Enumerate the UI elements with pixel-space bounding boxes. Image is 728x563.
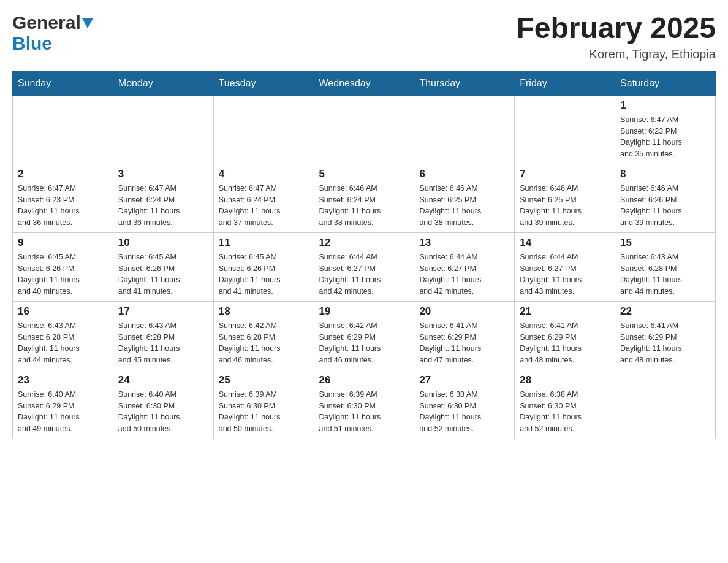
calendar-cell: 1Sunrise: 6:47 AM Sunset: 6:23 PM Daylig… <box>615 95 716 164</box>
day-info: Sunrise: 6:47 AM Sunset: 6:23 PM Dayligh… <box>620 114 710 160</box>
day-number: 6 <box>419 168 509 180</box>
day-number: 7 <box>520 168 610 180</box>
calendar-table: Sunday Monday Tuesday Wednesday Thursday… <box>12 71 716 439</box>
calendar-cell <box>13 95 113 164</box>
day-info: Sunrise: 6:42 AM Sunset: 6:29 PM Dayligh… <box>319 320 409 366</box>
col-sunday: Sunday <box>13 71 113 95</box>
day-number: 1 <box>620 99 710 112</box>
day-number: 5 <box>319 168 409 180</box>
day-number: 28 <box>520 374 610 386</box>
day-info: Sunrise: 6:43 AM Sunset: 6:28 PM Dayligh… <box>620 251 710 297</box>
calendar-header-row: Sunday Monday Tuesday Wednesday Thursday… <box>13 71 716 95</box>
day-number: 12 <box>319 237 409 249</box>
day-info: Sunrise: 6:43 AM Sunset: 6:28 PM Dayligh… <box>18 320 108 366</box>
calendar-cell: 22Sunrise: 6:41 AM Sunset: 6:29 PM Dayli… <box>615 301 716 370</box>
svg-marker-0 <box>82 18 93 28</box>
logo-general-text: General <box>12 12 81 33</box>
col-saturday: Saturday <box>615 71 716 95</box>
calendar-subtitle: Korem, Tigray, Ethiopia <box>516 47 716 61</box>
calendar-cell: 4Sunrise: 6:47 AM Sunset: 6:24 PM Daylig… <box>213 164 314 232</box>
calendar-cell <box>615 370 716 439</box>
logo: General Blue <box>12 12 93 54</box>
day-info: Sunrise: 6:46 AM Sunset: 6:26 PM Dayligh… <box>620 183 710 229</box>
logo-blue-text: Blue <box>12 33 52 53</box>
day-number: 20 <box>419 305 509 318</box>
day-number: 21 <box>520 305 610 318</box>
calendar-cell: 16Sunrise: 6:43 AM Sunset: 6:28 PM Dayli… <box>13 301 113 370</box>
calendar-cell: 5Sunrise: 6:46 AM Sunset: 6:24 PM Daylig… <box>314 164 414 232</box>
col-wednesday: Wednesday <box>314 71 414 95</box>
day-number: 2 <box>18 168 108 180</box>
day-number: 8 <box>620 168 710 180</box>
day-info: Sunrise: 6:41 AM Sunset: 6:29 PM Dayligh… <box>620 320 710 366</box>
calendar-cell: 3Sunrise: 6:47 AM Sunset: 6:24 PM Daylig… <box>113 164 213 232</box>
day-info: Sunrise: 6:41 AM Sunset: 6:29 PM Dayligh… <box>419 320 509 366</box>
day-info: Sunrise: 6:41 AM Sunset: 6:29 PM Dayligh… <box>520 320 610 366</box>
day-number: 15 <box>620 237 710 249</box>
calendar-cell <box>213 95 314 164</box>
day-info: Sunrise: 6:44 AM Sunset: 6:27 PM Dayligh… <box>419 251 509 297</box>
day-number: 16 <box>18 305 108 318</box>
day-info: Sunrise: 6:38 AM Sunset: 6:30 PM Dayligh… <box>520 389 610 435</box>
day-info: Sunrise: 6:39 AM Sunset: 6:30 PM Dayligh… <box>219 389 309 435</box>
day-number: 13 <box>419 237 509 249</box>
day-info: Sunrise: 6:45 AM Sunset: 6:26 PM Dayligh… <box>18 251 108 297</box>
day-number: 10 <box>118 237 208 249</box>
day-info: Sunrise: 6:43 AM Sunset: 6:28 PM Dayligh… <box>118 320 208 366</box>
week-row-3: 9Sunrise: 6:45 AM Sunset: 6:26 PM Daylig… <box>13 232 716 301</box>
day-number: 24 <box>118 374 208 386</box>
calendar-cell: 15Sunrise: 6:43 AM Sunset: 6:28 PM Dayli… <box>615 232 716 301</box>
day-info: Sunrise: 6:47 AM Sunset: 6:24 PM Dayligh… <box>118 183 208 229</box>
day-number: 9 <box>18 237 108 249</box>
day-info: Sunrise: 6:47 AM Sunset: 6:24 PM Dayligh… <box>219 183 309 229</box>
calendar-cell: 20Sunrise: 6:41 AM Sunset: 6:29 PM Dayli… <box>414 301 515 370</box>
day-number: 18 <box>219 305 309 318</box>
day-info: Sunrise: 6:45 AM Sunset: 6:26 PM Dayligh… <box>118 251 208 297</box>
day-info: Sunrise: 6:47 AM Sunset: 6:23 PM Dayligh… <box>18 183 108 229</box>
calendar-cell: 24Sunrise: 6:40 AM Sunset: 6:30 PM Dayli… <box>113 370 213 439</box>
week-row-4: 16Sunrise: 6:43 AM Sunset: 6:28 PM Dayli… <box>13 301 716 370</box>
day-number: 3 <box>118 168 208 180</box>
day-info: Sunrise: 6:44 AM Sunset: 6:27 PM Dayligh… <box>520 251 610 297</box>
calendar-cell <box>314 95 414 164</box>
day-number: 19 <box>319 305 409 318</box>
calendar-cell: 21Sunrise: 6:41 AM Sunset: 6:29 PM Dayli… <box>515 301 615 370</box>
calendar-cell: 27Sunrise: 6:38 AM Sunset: 6:30 PM Dayli… <box>414 370 515 439</box>
calendar-cell: 26Sunrise: 6:39 AM Sunset: 6:30 PM Dayli… <box>314 370 414 439</box>
calendar-cell: 6Sunrise: 6:46 AM Sunset: 6:25 PM Daylig… <box>414 164 515 232</box>
day-number: 27 <box>419 374 509 386</box>
calendar-cell: 14Sunrise: 6:44 AM Sunset: 6:27 PM Dayli… <box>515 232 615 301</box>
calendar-cell: 17Sunrise: 6:43 AM Sunset: 6:28 PM Dayli… <box>113 301 213 370</box>
calendar-cell: 19Sunrise: 6:42 AM Sunset: 6:29 PM Dayli… <box>314 301 414 370</box>
title-section: February 2025 Korem, Tigray, Ethiopia <box>516 12 716 61</box>
col-friday: Friday <box>515 71 615 95</box>
week-row-1: 1Sunrise: 6:47 AM Sunset: 6:23 PM Daylig… <box>13 95 716 164</box>
calendar-title: February 2025 <box>516 12 716 45</box>
day-number: 22 <box>620 305 710 318</box>
calendar-cell: 23Sunrise: 6:40 AM Sunset: 6:29 PM Dayli… <box>13 370 113 439</box>
week-row-2: 2Sunrise: 6:47 AM Sunset: 6:23 PM Daylig… <box>13 164 716 232</box>
calendar-cell: 13Sunrise: 6:44 AM Sunset: 6:27 PM Dayli… <box>414 232 515 301</box>
week-row-5: 23Sunrise: 6:40 AM Sunset: 6:29 PM Dayli… <box>13 370 716 439</box>
day-number: 4 <box>219 168 309 180</box>
day-info: Sunrise: 6:40 AM Sunset: 6:29 PM Dayligh… <box>18 389 108 435</box>
day-number: 23 <box>18 374 108 386</box>
day-number: 25 <box>219 374 309 386</box>
day-info: Sunrise: 6:45 AM Sunset: 6:26 PM Dayligh… <box>219 251 309 297</box>
calendar-cell: 12Sunrise: 6:44 AM Sunset: 6:27 PM Dayli… <box>314 232 414 301</box>
calendar-cell: 25Sunrise: 6:39 AM Sunset: 6:30 PM Dayli… <box>213 370 314 439</box>
day-number: 17 <box>118 305 208 318</box>
calendar-cell: 8Sunrise: 6:46 AM Sunset: 6:26 PM Daylig… <box>615 164 716 232</box>
calendar-cell <box>515 95 615 164</box>
day-info: Sunrise: 6:39 AM Sunset: 6:30 PM Dayligh… <box>319 389 409 435</box>
day-info: Sunrise: 6:38 AM Sunset: 6:30 PM Dayligh… <box>419 389 509 435</box>
calendar-cell: 18Sunrise: 6:42 AM Sunset: 6:28 PM Dayli… <box>213 301 314 370</box>
day-info: Sunrise: 6:46 AM Sunset: 6:25 PM Dayligh… <box>419 183 509 229</box>
calendar-cell: 7Sunrise: 6:46 AM Sunset: 6:25 PM Daylig… <box>515 164 615 232</box>
calendar-cell <box>113 95 213 164</box>
day-number: 26 <box>319 374 409 386</box>
day-info: Sunrise: 6:44 AM Sunset: 6:27 PM Dayligh… <box>319 251 409 297</box>
calendar-cell: 10Sunrise: 6:45 AM Sunset: 6:26 PM Dayli… <box>113 232 213 301</box>
page-header: General Blue February 2025 Korem, Tigray… <box>12 12 716 61</box>
calendar-cell: 11Sunrise: 6:45 AM Sunset: 6:26 PM Dayli… <box>213 232 314 301</box>
